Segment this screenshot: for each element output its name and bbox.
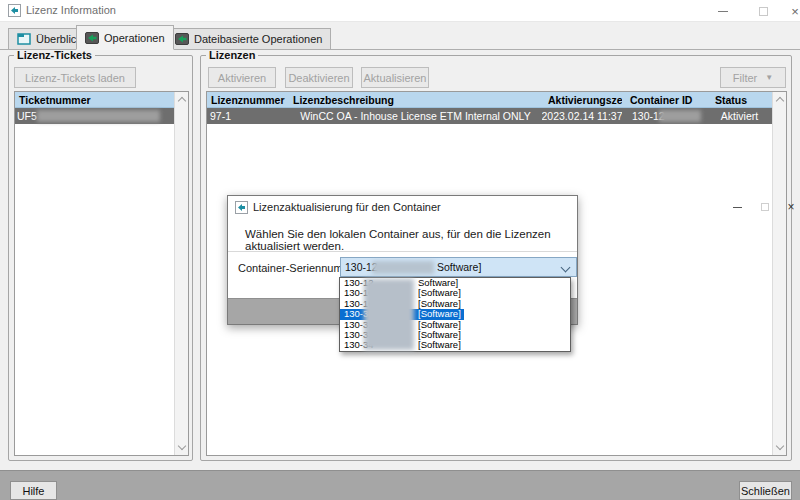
app-icon xyxy=(8,4,21,17)
column-container-id[interactable]: Container ID xyxy=(622,92,707,107)
maximize-icon xyxy=(761,203,769,211)
chevron-down-icon xyxy=(561,263,571,273)
dialog-maximize-button[interactable] xyxy=(752,196,778,218)
column-status[interactable]: Status xyxy=(707,92,772,107)
column-lizenznummer[interactable]: Lizenznummer xyxy=(207,92,289,107)
deactivate-button[interactable]: Deaktivieren xyxy=(285,67,353,88)
close-button[interactable]: × xyxy=(778,0,800,22)
ticket-number-cell: UF5 xyxy=(15,108,37,124)
minimize-icon xyxy=(718,11,728,12)
tickets-table[interactable]: Ticketnummer UF5 xyxy=(14,91,189,456)
license-row[interactable]: 97-1 WinCC OA - Inhouse License ETM Inte… xyxy=(207,108,772,124)
dialog-app-icon xyxy=(235,201,248,214)
dialog-minimize-button[interactable] xyxy=(724,196,750,218)
container-serial-combobox[interactable]: 130-12 Software] xyxy=(340,257,577,277)
licenses-table-header[interactable]: Lizenznummer Lizenzbeschreibung Aktivier… xyxy=(207,92,772,108)
maximize-button[interactable] xyxy=(746,0,780,22)
close-window-button[interactable]: Schließen xyxy=(739,481,792,500)
close-icon: × xyxy=(787,200,794,214)
tickets-table-header[interactable]: Ticketnummer xyxy=(15,92,174,108)
scroll-up-icon[interactable] xyxy=(178,97,186,105)
update-label: Aktualisieren xyxy=(364,72,427,84)
column-ticketnummer[interactable]: Ticketnummer xyxy=(15,92,91,107)
scroll-up-icon[interactable] xyxy=(776,97,784,105)
tab-operationen[interactable]: Operationen xyxy=(76,25,174,50)
operation-arrow-icon xyxy=(85,32,99,44)
dialog-title: Lizenzaktualisierung für den Container xyxy=(253,201,441,213)
tab-label: Dateibasierte Operationen xyxy=(194,33,322,45)
maximize-icon xyxy=(759,7,768,16)
redacted-ticket-blur xyxy=(37,110,160,122)
help-button[interactable]: Hilfe xyxy=(10,481,57,500)
minimize-icon xyxy=(733,207,742,208)
update-button[interactable]: Aktualisieren xyxy=(361,67,429,88)
dialog-divider xyxy=(228,251,577,252)
operation-arrow-icon xyxy=(175,33,189,45)
redacted-serials-blur xyxy=(364,279,414,350)
column-lizenzbeschreibung[interactable]: Lizenzbeschreibung xyxy=(289,92,542,107)
license-description-cell: WinCC OA - Inhouse License ETM Internal … xyxy=(289,108,542,124)
window-titlebar: Lizenz Information × xyxy=(0,0,800,22)
activate-label: Aktivieren xyxy=(218,72,266,84)
deactivate-label: Deaktivieren xyxy=(288,72,349,84)
scroll-down-icon[interactable] xyxy=(178,442,186,450)
activation-time-cell: 2023.02.14 11:37 xyxy=(542,108,622,124)
overview-window-icon xyxy=(17,33,31,45)
tab-dateibasierte-operationen[interactable]: Dateibasierte Operationen xyxy=(166,28,331,49)
dialog-message: Wählen Sie den lokalen Container aus, fü… xyxy=(245,228,567,252)
minimize-button[interactable] xyxy=(706,0,740,22)
container-serial-dropdown[interactable]: 130-12 Software] 130-10 [Software] 130-1… xyxy=(339,277,571,352)
tab-label: Überblick xyxy=(36,33,82,45)
dialog-close-button[interactable]: × xyxy=(778,196,800,218)
filter-label: Filter xyxy=(733,72,757,84)
window-footer: Hilfe Schließen xyxy=(0,470,800,500)
help-label: Hilfe xyxy=(22,485,44,497)
column-aktivierungszeit[interactable]: Aktivierungszeit xyxy=(542,92,622,107)
load-tickets-label: Lizenz-Tickets laden xyxy=(25,72,125,84)
window-title: Lizenz Information xyxy=(26,4,116,16)
redacted-serial-blur xyxy=(372,261,434,274)
scroll-down-icon[interactable] xyxy=(776,442,784,450)
load-tickets-button[interactable]: Lizenz-Tickets laden xyxy=(14,67,136,88)
close-window-label: Schließen xyxy=(741,485,790,497)
tickets-group-title: Lizenz-Tickets xyxy=(14,49,95,61)
license-number-cell: 97-1 xyxy=(207,108,289,124)
activate-button[interactable]: Aktivieren xyxy=(208,67,276,88)
licenses-scrollbar[interactable] xyxy=(772,92,786,455)
redacted-container-blur xyxy=(659,110,701,122)
filter-dropdown-icon: ▼ xyxy=(765,73,773,82)
status-cell: Aktiviert xyxy=(707,108,772,124)
filter-button[interactable]: Filter ▼ xyxy=(720,67,786,88)
tab-label: Operationen xyxy=(104,32,165,44)
ticket-row[interactable]: UF5 xyxy=(15,108,174,124)
combo-value-suffix: Software] xyxy=(437,261,481,273)
dialog-titlebar: Lizenzaktualisierung für den Container × xyxy=(228,196,577,218)
licenses-group-title: Lizenzen xyxy=(206,49,258,61)
container-id-cell: 130-12 xyxy=(622,108,707,124)
option-suffix: [Software] xyxy=(418,340,461,350)
tickets-groupbox: Lizenz-Tickets Lizenz-Tickets laden Tick… xyxy=(8,55,193,461)
tickets-scrollbar[interactable] xyxy=(174,92,188,455)
close-icon: × xyxy=(791,5,799,18)
